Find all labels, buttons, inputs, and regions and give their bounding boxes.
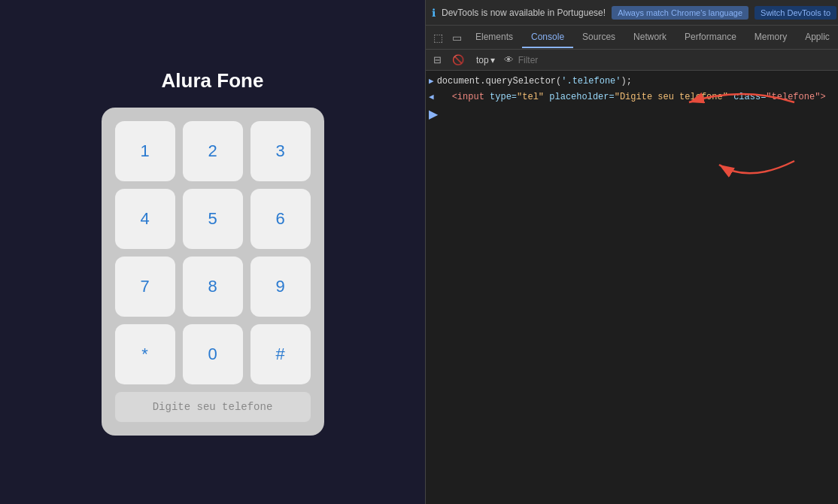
tab-elements[interactable]: Elements bbox=[466, 27, 522, 48]
match-language-button[interactable]: Always match Chrome's language bbox=[612, 6, 748, 20]
console-output-line: <input type="tel" placeholder="Digite se… bbox=[437, 91, 835, 104]
tab-network[interactable]: Network bbox=[624, 27, 676, 48]
app-panel: Alura Fone 123456789*0# bbox=[0, 0, 425, 504]
devtools-tabs: ⬚ ▭ Elements Console Sources Network Per… bbox=[426, 26, 838, 50]
tag-close: > bbox=[820, 92, 825, 102]
console-sidebar-icon[interactable]: ⊟ bbox=[430, 53, 445, 67]
tab-sources[interactable]: Sources bbox=[573, 27, 624, 48]
attr-type: type= bbox=[490, 92, 517, 102]
keypad-grid: 123456789*0# bbox=[115, 121, 311, 384]
code-selector: '.telefone' bbox=[561, 76, 621, 87]
console-input-line: document.querySelector('.telefone'); bbox=[437, 75, 835, 88]
key-2[interactable]: 2 bbox=[183, 121, 243, 181]
switch-devtools-button[interactable]: Switch DevTools to bbox=[755, 6, 836, 20]
key-1[interactable]: 1 bbox=[115, 121, 175, 181]
key-3[interactable]: 3 bbox=[250, 121, 311, 181]
tab-performance[interactable]: Performance bbox=[676, 27, 745, 48]
devtools-notification-bar: ℹ DevTools is now available in Portugues… bbox=[426, 0, 838, 26]
eye-icon[interactable]: 👁 bbox=[504, 54, 514, 65]
key-*[interactable]: * bbox=[115, 324, 175, 384]
attr-class: class= bbox=[728, 92, 766, 102]
attr-placeholder: placeholder= bbox=[544, 92, 615, 102]
tab-memory[interactable]: Memory bbox=[745, 27, 796, 48]
console-output-row: ◀ <input type="tel" placeholder="Digite … bbox=[426, 90, 838, 105]
chevron-down-icon: ▾ bbox=[490, 55, 495, 65]
app-title: Alura Fone bbox=[162, 69, 264, 93]
console-toolbar: ⊟ 🚫 top ▾ 👁 bbox=[426, 50, 838, 71]
tag-open: <input bbox=[452, 92, 490, 102]
val-class: "telefone" bbox=[766, 92, 820, 102]
key-4[interactable]: 4 bbox=[115, 189, 175, 249]
output-arrow[interactable]: ◀ bbox=[429, 91, 434, 102]
inspect-icon[interactable]: ⬚ bbox=[429, 32, 448, 44]
phone-container: 123456789*0# bbox=[102, 108, 324, 436]
expand-arrow[interactable]: ▶ bbox=[429, 75, 434, 86]
context-selector[interactable]: top ▾ bbox=[472, 53, 499, 67]
context-label: top bbox=[476, 55, 489, 65]
info-icon: ℹ bbox=[432, 7, 436, 19]
key-7[interactable]: 7 bbox=[115, 257, 175, 317]
console-content: ▶ document.querySelector('.telefone'); ◀… bbox=[426, 71, 838, 504]
key-5[interactable]: 5 bbox=[183, 189, 243, 249]
console-input-row: ▶ document.querySelector('.telefone'); bbox=[426, 74, 838, 90]
key-0[interactable]: 0 bbox=[183, 324, 243, 384]
key-8[interactable]: 8 bbox=[183, 257, 243, 317]
code-close: ); bbox=[621, 76, 631, 87]
key-6[interactable]: 6 bbox=[250, 189, 311, 249]
device-icon[interactable]: ▭ bbox=[448, 32, 466, 44]
notification-text: DevTools is now available in Portuguese! bbox=[442, 8, 606, 18]
tab-console[interactable]: Console bbox=[522, 27, 573, 48]
key-#[interactable]: # bbox=[250, 324, 311, 384]
clear-console-icon[interactable]: 🚫 bbox=[449, 53, 467, 67]
phone-input[interactable] bbox=[115, 392, 311, 422]
filter-input[interactable] bbox=[518, 55, 833, 65]
devtools-panel: ℹ DevTools is now available in Portugues… bbox=[425, 0, 838, 504]
code-qs: querySelector( bbox=[485, 76, 561, 87]
val-placeholder: "Digite seu telefone" bbox=[615, 92, 728, 102]
key-9[interactable]: 9 bbox=[250, 257, 311, 317]
val-type: "tel" bbox=[517, 92, 544, 102]
tab-application[interactable]: Applic bbox=[796, 27, 838, 48]
cursor-arrow: ▶ bbox=[429, 107, 438, 121]
annotation-curve2 bbox=[719, 161, 794, 173]
code-doc: document. bbox=[437, 76, 486, 87]
console-cursor-row: ▶ bbox=[426, 105, 838, 123]
